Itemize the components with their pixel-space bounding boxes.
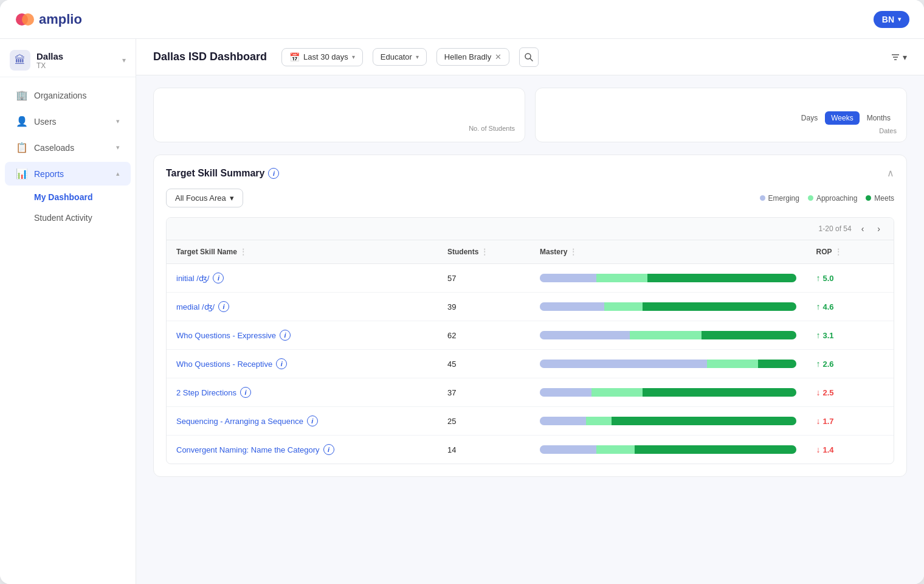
down-arrow-icon: ↓	[816, 445, 820, 454]
skill-name[interactable]: Who Questions - Receptive i	[176, 358, 428, 369]
approaching-bar	[586, 417, 612, 425]
organizations-icon: 🏢	[16, 89, 28, 101]
date-filter-label: Last 30 days	[303, 52, 348, 61]
date-filter-pill[interactable]: 📅 Last 30 days ▾	[281, 48, 363, 66]
mastery-bar	[540, 388, 796, 397]
mastery-col-menu-icon[interactable]: ⋮	[570, 248, 577, 256]
user-badge[interactable]: BN ▾	[874, 11, 909, 28]
table-row: Who Questions - Receptive i 45 ↑ 2.6	[167, 350, 894, 378]
table-header-row: Target Skill Name ⋮ Students ⋮	[167, 240, 894, 264]
meets-bar	[635, 445, 796, 454]
legend-approaching: Approaching	[808, 194, 857, 203]
rop-value: ↑ 4.6	[816, 302, 884, 311]
rop-cell: ↑ 2.6	[806, 350, 894, 378]
skill-col-menu-icon[interactable]: ⋮	[240, 248, 247, 256]
tag-filter-pill[interactable]: Hellen Bradly ✕	[436, 48, 509, 66]
approaching-bar	[591, 388, 643, 397]
content-header: Dallas ISD Dashboard 📅 Last 30 days ▾ Ed…	[136, 39, 924, 75]
skill-info-icon[interactable]: i	[323, 444, 334, 455]
rop-value: ↓ 1.4	[816, 445, 884, 454]
summary-info-icon[interactable]: i	[268, 168, 279, 179]
table-row: Who Questions - Expressive i 62 ↑ 3.1	[167, 321, 894, 350]
mastery-cell	[530, 293, 806, 321]
caseloads-icon: 📋	[16, 142, 28, 153]
students-cell: 57	[438, 264, 530, 293]
emerging-bar	[540, 302, 604, 311]
toggle-days-button[interactable]: Days	[795, 111, 824, 125]
table-row: Sequencing - Arranging a Sequence i 25 ↓…	[167, 407, 894, 436]
org-state: TX	[36, 61, 116, 70]
users-chevron-icon: ▾	[116, 117, 120, 125]
meets-bar	[758, 360, 796, 368]
rop-value: ↑ 5.0	[816, 273, 884, 283]
sidebar-subitem-student-activity[interactable]: Student Activity	[5, 208, 131, 228]
students-cell: 62	[438, 321, 530, 350]
content-area: Dallas ISD Dashboard 📅 Last 30 days ▾ Ed…	[136, 39, 924, 584]
organizations-label: Organizations	[34, 91, 86, 100]
mastery-bar	[540, 360, 796, 368]
filter-icon-button[interactable]: ▾	[891, 52, 907, 62]
tag-filter-label: Hellen Bradly	[444, 52, 491, 61]
skill-info-icon[interactable]: i	[213, 273, 224, 283]
meets-bar	[647, 274, 796, 282]
mastery-bar	[540, 445, 796, 454]
skill-name[interactable]: 2 Step Directions i	[176, 387, 428, 398]
skill-cell: 2 Step Directions i	[167, 378, 438, 407]
approaching-bar	[596, 274, 647, 282]
sidebar-item-caseloads[interactable]: 📋 Caseloads ▾	[5, 136, 131, 159]
org-selector[interactable]: 🏛 Dallas TX ▾	[0, 44, 136, 77]
educator-filter-label: Educator	[381, 52, 412, 61]
mastery-cell	[530, 321, 806, 350]
skill-info-icon[interactable]: i	[307, 415, 318, 426]
rop-value: ↓ 1.7	[816, 416, 884, 426]
user-chevron-icon: ▾	[898, 16, 901, 23]
my-dashboard-label: My Dashboard	[34, 192, 92, 202]
toggle-weeks-button[interactable]: Weeks	[825, 111, 859, 125]
sidebar-item-users[interactable]: 👤 Users ▾	[5, 109, 131, 133]
sidebar-subitem-my-dashboard[interactable]: My Dashboard	[5, 187, 131, 207]
user-initials: BN	[882, 15, 894, 24]
main-layout: 🏛 Dallas TX ▾ 🏢 Organizations 👤 Users ▾ …	[0, 39, 924, 584]
sidebar-item-organizations[interactable]: 🏢 Organizations	[5, 83, 131, 107]
skill-info-icon[interactable]: i	[280, 330, 291, 341]
search-button[interactable]	[519, 47, 539, 67]
approaching-bar	[707, 360, 758, 368]
rop-col-menu-icon[interactable]: ⋮	[835, 248, 842, 256]
col-header-skill: Target Skill Name ⋮	[167, 240, 438, 264]
focus-area-dropdown[interactable]: All Focus Area ▾	[166, 189, 243, 207]
educator-filter-pill[interactable]: Educator ▾	[373, 48, 427, 66]
mastery-bar	[540, 274, 796, 282]
dashboard-title: Dallas ISD Dashboard	[153, 50, 267, 63]
students-widget: No. of Students	[153, 88, 525, 142]
tag-remove-icon[interactable]: ✕	[495, 52, 502, 61]
students-col-menu-icon[interactable]: ⋮	[481, 248, 488, 256]
emerging-bar	[540, 445, 596, 454]
toggle-months-button[interactable]: Months	[861, 111, 897, 125]
skill-info-icon[interactable]: i	[240, 387, 251, 398]
col-header-students: Students ⋮	[438, 240, 530, 264]
users-icon: 👤	[16, 116, 28, 127]
skill-cell: Who Questions - Expressive i	[167, 321, 438, 350]
sidebar-item-reports[interactable]: 📊 Reports ▴	[5, 162, 131, 186]
skill-info-icon[interactable]: i	[276, 358, 287, 369]
summary-title: Target Skill Summary i	[166, 168, 279, 179]
skill-name[interactable]: Convergent Naming: Name the Category i	[176, 444, 428, 455]
students-cell: 45	[438, 350, 530, 378]
next-page-button[interactable]: ›	[874, 223, 884, 235]
filter-icon-chevron: ▾	[903, 52, 907, 62]
student-activity-label: Student Activity	[34, 213, 92, 223]
widgets-row: No. of Students Days Weeks Months Dates	[153, 88, 907, 142]
skill-info-icon[interactable]: i	[218, 301, 229, 312]
table-head: Target Skill Name ⋮ Students ⋮	[167, 240, 894, 264]
skill-name[interactable]: initial /ʤ/ i	[176, 273, 428, 283]
prev-page-button[interactable]: ‹	[858, 223, 868, 235]
emerging-bar	[540, 274, 596, 282]
reports-chevron-icon: ▴	[116, 170, 120, 178]
up-arrow-icon: ↑	[816, 302, 820, 311]
skill-name[interactable]: medial /ʤ/ i	[176, 301, 428, 312]
collapse-button[interactable]: ∧	[887, 167, 894, 179]
pagination-label: 1-20 of 54	[819, 224, 852, 233]
skill-name[interactable]: Who Questions - Expressive i	[176, 330, 428, 341]
skill-name[interactable]: Sequencing - Arranging a Sequence i	[176, 415, 428, 426]
skill-cell: Sequencing - Arranging a Sequence i	[167, 407, 438, 436]
